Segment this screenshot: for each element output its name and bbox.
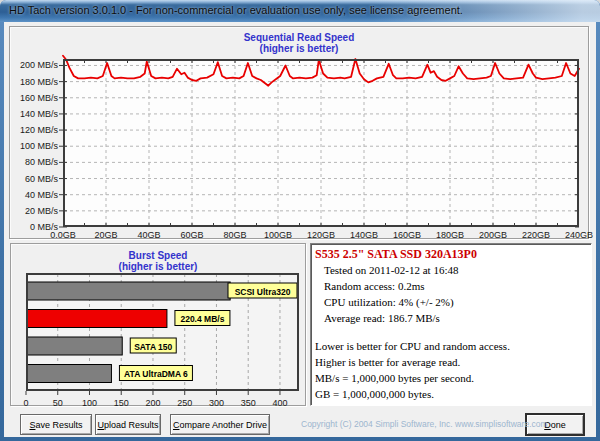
x-tick-label: 160GB	[385, 230, 429, 241]
burst-x-tick-label: 0	[23, 398, 28, 408]
burst-bar-3	[27, 365, 111, 383]
y-tick-label: 120 MB/s	[10, 125, 58, 136]
y-tick-label: 40 MB/s	[10, 190, 58, 201]
y-tick-label: 200 MB/s	[10, 60, 58, 71]
upload-results-label: Upload Results	[96, 420, 160, 430]
y-tick-label: 140 MB/s	[10, 109, 58, 120]
info-cpu-utilization: CPU utilization: 4% (+/- 2%)	[315, 294, 587, 310]
info-spacer	[315, 326, 587, 338]
note-lower-better: Lower is better for CPU and random acces…	[315, 338, 587, 354]
x-tick-label: 120GB	[299, 230, 343, 241]
burst-bar-0	[27, 282, 230, 300]
x-tick-label: 20GB	[84, 230, 128, 241]
burst-bar-label: ATA UltraDMA 6	[124, 369, 188, 379]
window-titlebar[interactable]: HD Tach version 3.0.1.0 - For non-commer…	[0, 0, 600, 22]
compare-another-drive-button[interactable]: Compare Another Drive	[170, 414, 270, 435]
burst-chart-subtitle: (higher is better)	[11, 261, 305, 272]
hdtach-window: HD Tach version 3.0.1.0 - For non-commer…	[0, 0, 600, 441]
sequential-chart-title: Sequential Read Speed	[10, 32, 588, 43]
note-higher-better: Higher is better for average read.	[315, 354, 587, 370]
burst-x-tick-label: 300	[209, 398, 224, 408]
note-gb-definition: GB = 1,000,000,000 bytes.	[315, 386, 587, 402]
burst-plot-svg: SCSI Ultra320220.4 MB/sSATA 150ATA Ultra…	[26, 273, 299, 409]
info-tested-on: Tested on 2011-02-12 at 16:48	[315, 262, 587, 278]
y-tick-label: 180 MB/s	[10, 77, 58, 88]
save-results-button[interactable]: Save Results	[20, 414, 92, 435]
sequential-read-panel: Sequential Read Speed (higher is better)…	[9, 26, 589, 239]
x-tick-label: 100GB	[256, 230, 300, 241]
compare-another-drive-label: Compare Another Drive	[171, 420, 269, 430]
burst-bar-label: SCSI Ultra320	[235, 287, 291, 297]
y-tick-label: 160 MB/s	[10, 93, 58, 104]
burst-speed-panel: Burst Speed (higher is better) SCSI Ultr…	[10, 243, 306, 406]
burst-x-tick-label: 200	[145, 398, 160, 408]
window-title: HD Tach version 3.0.1.0 - For non-commer…	[9, 4, 463, 16]
x-tick-label: 80GB	[213, 230, 257, 241]
x-tick-label: 0.0GB	[41, 230, 85, 241]
x-tick-label: 140GB	[342, 230, 386, 241]
burst-x-tick-label: 50	[53, 398, 63, 408]
sequential-read-plot	[63, 59, 579, 227]
burst-chart-title: Burst Speed	[11, 250, 305, 261]
upload-results-button[interactable]: Upload Results	[95, 414, 161, 435]
drive-info-panel: S535 2.5" SATA SSD 320A13P0 Tested on 20…	[310, 243, 592, 406]
burst-x-tick-label: 400	[272, 398, 287, 408]
y-tick-label: 20 MB/s	[10, 206, 58, 217]
x-tick-label: 60GB	[170, 230, 214, 241]
burst-bar-2	[27, 337, 122, 355]
burst-x-tick-label: 150	[114, 398, 129, 408]
save-results-label: Save Results	[21, 420, 91, 430]
x-tick-label: 220GB	[514, 230, 558, 241]
info-average-read: Average read: 186.7 MB/s	[315, 310, 587, 326]
burst-x-tick-label: 350	[241, 398, 256, 408]
x-tick-label: 40GB	[127, 230, 171, 241]
info-random-access: Random access: 0.2ms	[315, 278, 587, 294]
x-tick-label: 200GB	[471, 230, 515, 241]
drive-name: S535 2.5" SATA SSD 320A13P0	[315, 247, 587, 262]
y-tick-label: 80 MB/s	[10, 157, 58, 168]
burst-x-tick-label: 100	[82, 398, 97, 408]
burst-bar-1	[27, 310, 167, 328]
y-tick-label: 60 MB/s	[10, 174, 58, 185]
burst-speed-plot: SCSI Ultra320220.4 MB/sSATA 150ATA Ultra…	[26, 273, 299, 409]
sequential-plot-svg	[63, 59, 579, 227]
note-mbs-definition: MB/s = 1,000,000 bytes per second.	[315, 370, 587, 386]
x-tick-label: 180GB	[428, 230, 472, 241]
sequential-chart-subtitle: (higher is better)	[10, 43, 588, 54]
dialog-client-area: Sequential Read Speed (higher is better)…	[4, 22, 596, 437]
burst-bar-label: 220.4 MB/s	[180, 314, 224, 324]
burst-bar-label: SATA 150	[134, 342, 172, 352]
y-tick-label: 100 MB/s	[10, 141, 58, 152]
x-tick-label: 240GB	[557, 230, 600, 241]
copyright-text: Copyright (C) 2004 Simpli Software, Inc.…	[301, 419, 521, 429]
burst-x-tick-label: 250	[177, 398, 192, 408]
